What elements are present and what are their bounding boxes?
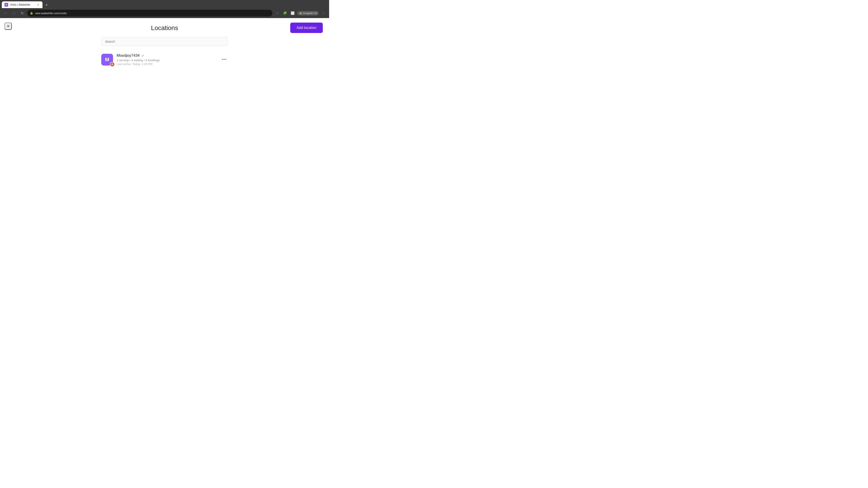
location-more-button[interactable]: ••• [221, 56, 228, 63]
avatar-letter: M [105, 57, 109, 63]
address-bar-row: ← → ↻ 🔒 new.waitwhile.com/visits ☆ 🧩 ⬜ 🕵… [0, 8, 329, 18]
tab-title: Visits | Waitwhile [10, 3, 34, 6]
incognito-icon: 🕵 [299, 12, 302, 15]
incognito-badge[interactable]: 🕵 Incognito (2) [297, 11, 319, 15]
page-title: Locations [151, 24, 178, 32]
tab-favicon: W [4, 3, 8, 6]
search-container [101, 37, 228, 46]
close-icon: ✕ [6, 24, 10, 29]
lock-icon: 🏠 [111, 63, 114, 66]
bookmark-button[interactable]: ☆ [274, 10, 281, 16]
add-location-button[interactable]: Add location [290, 23, 323, 33]
active-tab[interactable]: W Visits | Waitwhile ✕ [2, 1, 42, 8]
incognito-label: Incognito (2) [303, 12, 317, 14]
address-bar[interactable]: 🔒 new.waitwhile.com/visits [27, 10, 272, 17]
location-stats: 1 serving • 4 waiting • 3 bookings [117, 59, 228, 62]
new-tab-button[interactable]: + [43, 2, 50, 8]
lock-icon: 🔒 [30, 11, 33, 15]
verified-check-icon: ✓ [142, 54, 145, 58]
search-input[interactable] [101, 37, 228, 46]
reload-button[interactable]: ↻ [19, 10, 25, 16]
location-last-active: Last active: Today, 1:25 PM [117, 62, 228, 66]
browser-actions: ☆ 🧩 ⬜ 🕵 Incognito (2) ⋮ [274, 10, 327, 16]
extensions-button[interactable]: 🧩 [282, 10, 288, 16]
location-list: M 🏠 Moodjoy7434 ✓ 1 serving • 4 waiting … [101, 50, 228, 69]
menu-button[interactable]: ⋮ [320, 10, 327, 16]
page-content: ✕ Locations Add location M 🏠 Moodjoy7434… [0, 18, 329, 175]
url-text: new.waitwhile.com/visits [35, 11, 67, 15]
location-info: Moodjoy7434 ✓ 1 serving • 4 waiting • 3 … [117, 53, 228, 66]
lock-badge: 🏠 [110, 62, 115, 67]
location-name-row: Moodjoy7434 ✓ [117, 53, 228, 58]
split-view-button[interactable]: ⬜ [289, 10, 296, 16]
close-button[interactable]: ✕ [4, 23, 12, 30]
location-name: Moodjoy7434 [117, 53, 140, 58]
back-button[interactable]: ← [3, 10, 9, 16]
location-item[interactable]: M 🏠 Moodjoy7434 ✓ 1 serving • 4 waiting … [101, 50, 228, 69]
tab-bar: W Visits | Waitwhile ✕ + [0, 0, 329, 8]
forward-button[interactable]: → [11, 10, 17, 16]
tab-close-button[interactable]: ✕ [36, 3, 40, 6]
location-avatar: M 🏠 [101, 54, 113, 66]
